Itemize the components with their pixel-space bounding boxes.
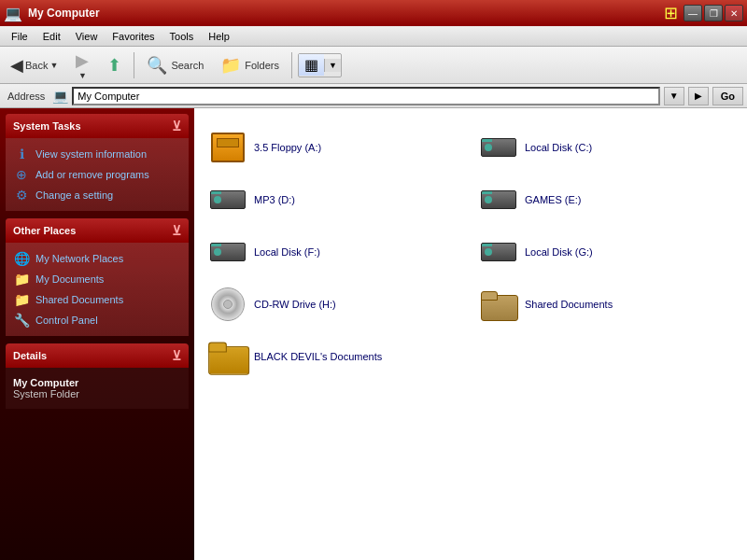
forward-button[interactable]: ▶ ▼: [68, 49, 96, 81]
mp3-d-label: MP3 (D:): [254, 194, 295, 205]
address-value: My Computer: [78, 91, 139, 102]
change-setting-icon: ⚙: [13, 187, 30, 203]
menu-tools[interactable]: Tools: [162, 29, 202, 44]
menu-file[interactable]: File: [4, 29, 35, 44]
file-item-shared-docs[interactable]: Shared Documents: [472, 280, 740, 329]
toolbar-separator-1: [134, 52, 134, 78]
shared-docs-icon: [480, 286, 517, 323]
back-label: Back: [25, 60, 48, 71]
view-system-info-label: View system information: [35, 148, 147, 160]
add-remove-programs-label: Add or remove programs: [35, 169, 149, 180]
info-icon: ℹ: [13, 146, 30, 162]
maximize-button[interactable]: ❐: [704, 5, 723, 21]
search-button[interactable]: 🔍 Search: [140, 49, 210, 81]
address-dropdown-button[interactable]: ▼: [664, 87, 684, 105]
details-collapse-icon: ⊻: [172, 348, 181, 363]
localdisk-g-label: Local Disk (G:): [525, 246, 593, 258]
back-dropdown-icon[interactable]: ▼: [49, 61, 58, 70]
other-places-header[interactable]: Other Places ⊻: [6, 218, 189, 243]
black-devil-icon: [209, 338, 247, 375]
system-tasks-title: System Tasks: [13, 120, 81, 132]
file-item-localdisk-f[interactable]: Local Disk (F:): [202, 228, 469, 276]
file-item-mp3-d[interactable]: MP3 (D:): [202, 175, 469, 224]
add-programs-icon: ⊕: [13, 166, 30, 183]
file-item-floppy-a[interactable]: 3.5 Floppy (A:): [202, 123, 469, 172]
back-button[interactable]: ◀ Back ▼: [4, 49, 64, 81]
folders-button[interactable]: 📁 Folders: [214, 49, 286, 81]
details-header[interactable]: Details ⊻: [6, 343, 189, 368]
control-panel-icon: 🔧: [13, 312, 30, 329]
address-go-arrow[interactable]: ▶: [688, 87, 709, 105]
system-tasks-section: System Tasks ⊻ ℹ View system information…: [6, 114, 189, 211]
address-computer-icon: 💻: [52, 89, 68, 104]
add-remove-programs-link[interactable]: ⊕ Add or remove programs: [9, 164, 185, 185]
file-item-localdisk-g[interactable]: Local Disk (G:): [472, 228, 740, 276]
other-places-section: Other Places ⊻ 🌐 My Network Places 📁 My …: [6, 218, 189, 336]
close-button[interactable]: ✕: [725, 5, 743, 21]
localdisk-f-icon: [209, 233, 247, 271]
view-system-info-link[interactable]: ℹ View system information: [9, 144, 185, 164]
title-bar: 💻 My Computer ⊞ — ❐ ✕: [0, 0, 747, 26]
details-item-type: System Folder: [13, 388, 79, 399]
floppy-a-label: 3.5 Floppy (A:): [254, 142, 321, 153]
my-documents-icon: 📁: [13, 271, 30, 287]
address-field[interactable]: My Computer: [72, 87, 659, 105]
control-panel-link[interactable]: 🔧 Control Panel: [9, 310, 185, 330]
other-places-title: Other Places: [13, 225, 76, 236]
system-tasks-header[interactable]: System Tasks ⊻: [6, 114, 189, 138]
localdisk-c-icon: [480, 129, 517, 166]
file-item-games-e[interactable]: GAMES (E:): [472, 175, 740, 224]
other-places-body: 🌐 My Network Places 📁 My Documents 📁 Sha…: [6, 243, 189, 336]
my-documents-link[interactable]: 📁 My Documents: [9, 269, 185, 289]
menu-help[interactable]: Help: [201, 29, 237, 44]
details-title-label: Details: [13, 350, 47, 361]
my-network-places-link[interactable]: 🌐 My Network Places: [9, 248, 185, 269]
details-item-name: My Computer: [13, 377, 181, 388]
go-button[interactable]: Go: [712, 87, 743, 105]
shared-documents-link[interactable]: 📁 Shared Documents: [9, 289, 185, 310]
file-item-cdrw-h[interactable]: CD-RW Drive (H:): [202, 280, 469, 329]
black-devil-docs-label: BLACK DEVIL's Documents: [254, 351, 382, 362]
cdrw-h-label: CD-RW Drive (H:): [254, 299, 336, 310]
system-tasks-body: ℹ View system information ⊕ Add or remov…: [6, 138, 189, 211]
system-tasks-collapse-icon: ⊻: [172, 119, 181, 133]
view-button[interactable]: ▦ ▼: [298, 53, 342, 77]
games-e-label: GAMES (E:): [525, 194, 582, 205]
shared-documents-icon: 📁: [13, 291, 30, 308]
search-label: Search: [171, 60, 204, 71]
my-network-places-label: My Network Places: [35, 253, 123, 264]
my-documents-label: My Documents: [35, 273, 104, 285]
menu-view[interactable]: View: [68, 29, 106, 44]
up-button[interactable]: ⬆: [100, 49, 128, 81]
menu-edit[interactable]: Edit: [35, 29, 68, 44]
change-setting-link[interactable]: ⚙ Change a setting: [9, 185, 185, 205]
other-places-collapse-icon: ⊻: [172, 223, 181, 238]
file-item-localdisk-c[interactable]: Local Disk (C:): [472, 123, 740, 172]
menu-bar: File Edit View Favorites Tools Help: [0, 26, 747, 47]
folders-label: Folders: [245, 60, 279, 71]
toolbar-separator-2: [291, 52, 292, 78]
address-label: Address: [4, 91, 49, 102]
localdisk-f-label: Local Disk (F:): [254, 246, 320, 258]
shared-documents-label: Shared Documents: [35, 294, 123, 305]
search-icon: 🔍: [147, 55, 167, 76]
minimize-button[interactable]: —: [684, 5, 702, 21]
back-icon: ◀: [10, 55, 23, 76]
up-icon: ⬆: [107, 55, 121, 76]
forward-icon: ▶: [76, 50, 89, 71]
file-item-black-devil-docs[interactable]: BLACK DEVIL's Documents: [202, 332, 469, 381]
change-setting-label: Change a setting: [35, 189, 113, 201]
control-panel-label: Control Panel: [35, 315, 98, 326]
localdisk-c-label: Local Disk (C:): [525, 142, 592, 153]
view-dropdown-icon[interactable]: ▼: [324, 59, 341, 72]
folders-icon: 📁: [220, 55, 241, 76]
main-content: System Tasks ⊻ ℹ View system information…: [0, 108, 747, 560]
address-bar: Address 💻 My Computer ▼ ▶ Go: [0, 84, 747, 108]
menu-favorites[interactable]: Favorites: [105, 29, 162, 44]
network-icon: 🌐: [13, 250, 30, 267]
mp3-d-icon: [209, 181, 247, 218]
forward-dropdown-icon[interactable]: ▼: [78, 71, 87, 80]
files-area: 3.5 Floppy (A:) Local Disk (C:) MP3 (D:): [194, 108, 747, 560]
window-title: My Computer: [28, 7, 100, 20]
floppy-icon: [209, 129, 247, 166]
